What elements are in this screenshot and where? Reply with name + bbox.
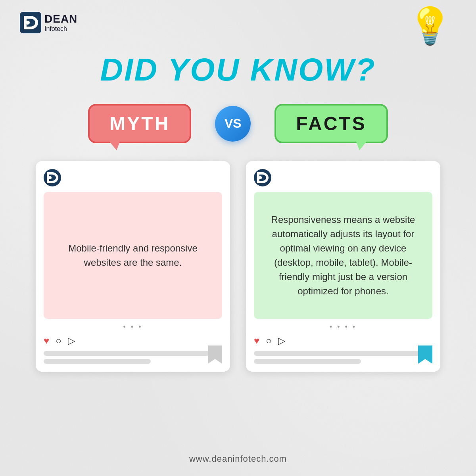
myth-card: Mobile-friendly and responsive websites … (36, 161, 230, 372)
lightbulb-icon: 💡 (408, 8, 452, 44)
facts-content-text: Responsiveness means a website automatic… (264, 213, 422, 298)
svg-marker-7 (418, 345, 432, 364)
cards-row: Mobile-friendly and responsive websites … (20, 161, 456, 372)
myth-card-header (44, 169, 222, 186)
facts-card: Responsiveness means a website automatic… (246, 161, 440, 372)
myth-content-text: Mobile-friendly and responsive websites … (54, 241, 212, 270)
facts-content-box: Responsiveness means a website automatic… (254, 192, 432, 319)
main-heading: DID YOU KNOW? (100, 52, 376, 88)
facts-card-line-2 (254, 359, 361, 364)
myth-bubble: MYTH (88, 104, 191, 143)
comment-icon[interactable]: ○ (56, 335, 61, 346)
myth-card-dots: • • • (44, 323, 222, 331)
facts-card-dots: • • • • (254, 323, 432, 331)
logo-text: DEAN Infotech (44, 13, 77, 32)
svg-marker-4 (208, 345, 222, 364)
logo-infotech: Infotech (44, 25, 77, 33)
logo-dean: DEAN (44, 13, 77, 25)
logo: DEAN Infotech (20, 12, 77, 33)
facts-card-actions: ♥ ○ ▷ (254, 335, 432, 346)
vs-circle: VS (215, 106, 251, 142)
facts-card-avatar (254, 169, 271, 186)
svg-point-1 (26, 21, 30, 25)
facts-card-lines (254, 351, 432, 364)
myth-card-avatar (44, 169, 61, 186)
myth-content-box: Mobile-friendly and responsive websites … (44, 192, 222, 319)
myth-bookmark-icon[interactable] (208, 345, 222, 364)
facts-heart-icon[interactable]: ♥ (254, 335, 259, 346)
svg-point-3 (48, 176, 52, 179)
facts-card-header (254, 169, 432, 186)
svg-point-6 (259, 176, 262, 179)
labels-row: MYTH VS FACTS (20, 104, 456, 143)
logo-icon (20, 12, 41, 33)
facts-bookmark-icon[interactable] (418, 345, 432, 364)
heart-icon[interactable]: ♥ (44, 335, 49, 346)
share-icon[interactable]: ▷ (68, 335, 75, 346)
footer-url: www.deaninfotech.com (189, 446, 287, 464)
myth-card-lines (44, 351, 222, 364)
facts-share-icon[interactable]: ▷ (278, 335, 285, 346)
card-line-1 (44, 351, 222, 356)
facts-comment-icon[interactable]: ○ (266, 335, 272, 346)
facts-card-line-1 (254, 351, 432, 356)
card-line-2 (44, 359, 151, 364)
facts-bubble: FACTS (274, 104, 388, 143)
myth-card-actions: ♥ ○ ▷ (44, 335, 222, 346)
